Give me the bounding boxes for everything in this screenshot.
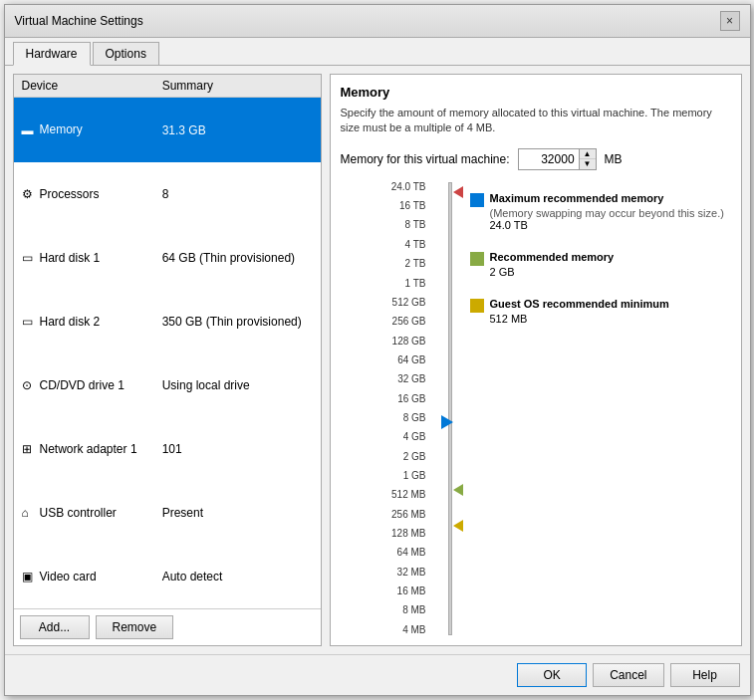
virtual-machine-settings-dialog: Virtual Machine Settings × Hardware Opti… (4, 4, 751, 696)
legend-header-recommended: Recommended memory (470, 251, 731, 266)
cpu-icon: ⚙ (22, 187, 36, 201)
summary-cell: Auto detect (154, 545, 321, 608)
memory-label: Memory for this virtual machine: (341, 152, 510, 166)
recommended-memory-title: Recommended memory (490, 251, 615, 263)
recommended-memory-color-box (470, 252, 484, 266)
ok-button[interactable]: OK (517, 663, 587, 687)
device-cell: ▣Video card (14, 545, 154, 608)
max-memory-title: Maximum recommended memory (490, 192, 664, 204)
legend-item-guest-min: Guest OS recommended minimum 512 MB (470, 298, 731, 325)
slider-area: 24.0 TB16 TB8 TB4 TB2 TB1 TB512 GB256 GB… (341, 182, 731, 635)
help-button[interactable]: Help (670, 663, 740, 687)
scale-label: 4 TB (405, 240, 426, 250)
scale-label: 24.0 TB (391, 182, 426, 192)
scale-label: 2 TB (405, 259, 426, 269)
device-cell: ⊙CD/DVD drive 1 (14, 353, 154, 417)
summary-cell: Present (154, 481, 321, 545)
remove-button[interactable]: Remove (96, 615, 174, 639)
guest-os-min-title: Guest OS recommended minimum (490, 298, 669, 310)
table-row[interactable]: ▬Memory 31.3 GB (14, 98, 321, 163)
slider-scale: 24.0 TB16 TB8 TB4 TB2 TB1 TB512 GB256 GB… (341, 182, 430, 635)
summary-cell: 31.3 GB (154, 98, 321, 163)
slider-track[interactable] (448, 182, 452, 635)
device-cell: ▬Memory (14, 98, 154, 163)
close-button[interactable]: × (720, 11, 740, 31)
scale-label: 64 GB (397, 355, 425, 365)
memory-input[interactable] (519, 149, 579, 169)
tab-hardware[interactable]: Hardware (13, 42, 91, 66)
scale-label: 16 TB (399, 201, 426, 211)
recommended-memory-marker (453, 484, 463, 496)
scale-label: 64 MB (397, 548, 426, 558)
guest-os-min-marker (453, 520, 463, 532)
scale-label: 512 GB (392, 298, 426, 308)
legend-item-max: Maximum recommended memory (Memory swapp… (470, 192, 731, 231)
device-cell: ⊞Network adapter 1 (14, 417, 154, 481)
dialog-title: Virtual Machine Settings (15, 14, 143, 28)
tab-bar: Hardware Options (5, 38, 750, 66)
table-row[interactable]: ⊞Network adapter 1 101 (14, 417, 321, 481)
device-cell: ▭Hard disk 2 (14, 290, 154, 353)
max-memory-color-box (470, 193, 484, 207)
device-column-header: Device (14, 75, 154, 98)
memory-decrement-button[interactable]: ▼ (580, 159, 596, 169)
left-panel: Device Summary ▬Memory 31.3 GB ⚙Processo… (13, 74, 322, 646)
scale-label: 32 GB (397, 374, 425, 384)
scale-label: 256 GB (392, 317, 426, 327)
memory-increment-button[interactable]: ▲ (580, 149, 596, 159)
scale-label: 8 MB (402, 605, 425, 615)
summary-column-header: Summary (154, 75, 321, 98)
guest-os-min-color-box (470, 299, 484, 313)
table-row[interactable]: ⌂USB controller Present (14, 481, 321, 545)
device-table: Device Summary ▬Memory 31.3 GB ⚙Processo… (14, 75, 321, 608)
cancel-button[interactable]: Cancel (593, 663, 663, 687)
guest-os-min-value: 512 MB (490, 313, 731, 325)
left-buttons: Add... Remove (14, 608, 321, 645)
bottom-buttons: OK Cancel Help (5, 654, 750, 695)
tab-options[interactable]: Options (93, 42, 159, 65)
memory-input-row: Memory for this virtual machine: ▲ ▼ MB (341, 148, 731, 170)
max-memory-marker (453, 186, 463, 198)
disk-icon: ▭ (22, 315, 36, 329)
table-row[interactable]: ▭Hard disk 2 350 GB (Thin provisioned) (14, 290, 321, 353)
table-row[interactable]: ⚙Processors 8 (14, 162, 321, 226)
memory-icon: ▬ (22, 123, 36, 137)
device-cell: ⚙Processors (14, 162, 154, 226)
scale-label: 16 GB (397, 394, 425, 404)
content-area: Device Summary ▬Memory 31.3 GB ⚙Processo… (5, 66, 750, 654)
scale-label: 8 TB (405, 220, 426, 230)
scale-label: 8 GB (403, 413, 426, 423)
usb-icon: ⌂ (22, 506, 36, 520)
scale-label: 32 MB (397, 568, 426, 578)
video-icon: ▣ (22, 570, 36, 583)
scale-label: 128 MB (391, 529, 425, 539)
summary-cell: 101 (154, 417, 321, 481)
summary-cell: 8 (154, 162, 321, 226)
max-memory-subtitle: (Memory swapping may occur beyond this s… (490, 207, 731, 219)
legend-item-recommended: Recommended memory 2 GB (470, 251, 731, 278)
scale-label: 1 GB (403, 471, 426, 481)
max-memory-value: 24.0 TB (490, 219, 731, 231)
cdrom-icon: ⊙ (22, 378, 36, 392)
recommended-memory-value: 2 GB (490, 266, 731, 278)
slider-track-area (440, 182, 460, 635)
table-row[interactable]: ⊙CD/DVD drive 1 Using local drive (14, 353, 321, 417)
device-cell: ⌂USB controller (14, 481, 154, 545)
scale-label: 128 GB (392, 337, 426, 347)
legend-header-guest-min: Guest OS recommended minimum (470, 298, 731, 313)
summary-cell: 350 GB (Thin provisioned) (154, 290, 321, 353)
net-icon: ⊞ (22, 442, 36, 456)
table-row[interactable]: ▣Video card Auto detect (14, 545, 321, 608)
scale-label: 1 TB (405, 279, 426, 289)
scale-label: 256 MB (391, 510, 425, 520)
memory-slider-thumb[interactable] (441, 415, 453, 429)
section-title: Memory (341, 85, 731, 100)
right-panel: Memory Specify the amount of memory allo… (330, 74, 742, 646)
table-row[interactable]: ▭Hard disk 1 64 GB (Thin provisioned) (14, 226, 321, 290)
description: Specify the amount of memory allocated t… (341, 106, 731, 136)
memory-input-wrapper: ▲ ▼ (518, 148, 597, 170)
summary-cell: Using local drive (154, 353, 321, 417)
scale-label: 512 MB (391, 490, 425, 500)
legend-header-max: Maximum recommended memory (470, 192, 731, 207)
add-button[interactable]: Add... (20, 615, 90, 639)
